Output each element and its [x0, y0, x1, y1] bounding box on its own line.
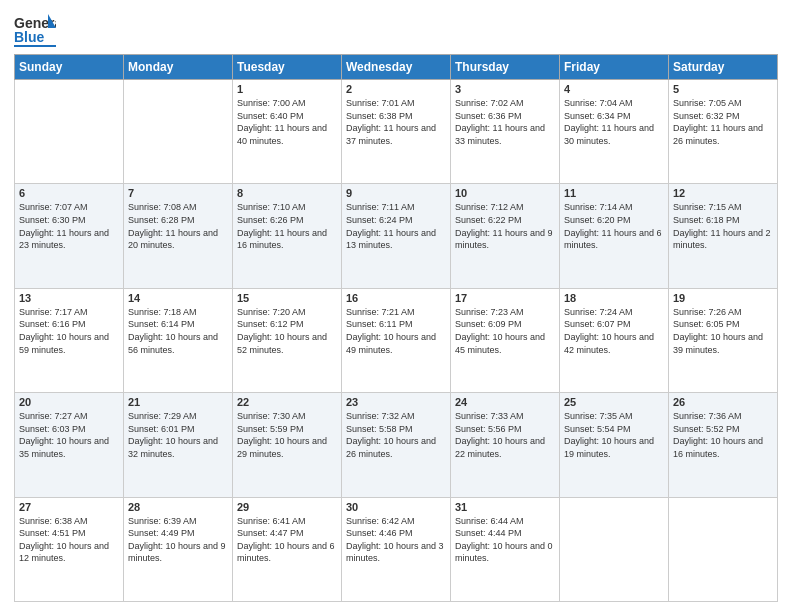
calendar-cell: 18Sunrise: 7:24 AMSunset: 6:07 PMDayligh…	[560, 288, 669, 392]
calendar-cell	[15, 80, 124, 184]
day-number: 30	[346, 501, 446, 513]
cell-info: Sunrise: 7:01 AMSunset: 6:38 PMDaylight:…	[346, 97, 446, 147]
day-number: 3	[455, 83, 555, 95]
day-number: 21	[128, 396, 228, 408]
day-number: 14	[128, 292, 228, 304]
calendar-cell: 27Sunrise: 6:38 AMSunset: 4:51 PMDayligh…	[15, 497, 124, 601]
cell-info: Sunrise: 7:00 AMSunset: 6:40 PMDaylight:…	[237, 97, 337, 147]
day-number: 9	[346, 187, 446, 199]
cell-info: Sunrise: 7:11 AMSunset: 6:24 PMDaylight:…	[346, 201, 446, 251]
logo-icon: General Blue	[14, 10, 56, 48]
calendar-cell: 26Sunrise: 7:36 AMSunset: 5:52 PMDayligh…	[669, 393, 778, 497]
svg-text:Blue: Blue	[14, 29, 45, 45]
cell-info: Sunrise: 7:23 AMSunset: 6:09 PMDaylight:…	[455, 306, 555, 356]
cell-info: Sunrise: 7:18 AMSunset: 6:14 PMDaylight:…	[128, 306, 228, 356]
day-number: 28	[128, 501, 228, 513]
cell-info: Sunrise: 7:17 AMSunset: 6:16 PMDaylight:…	[19, 306, 119, 356]
cell-info: Sunrise: 7:12 AMSunset: 6:22 PMDaylight:…	[455, 201, 555, 251]
calendar-cell: 28Sunrise: 6:39 AMSunset: 4:49 PMDayligh…	[124, 497, 233, 601]
calendar-week-row: 20Sunrise: 7:27 AMSunset: 6:03 PMDayligh…	[15, 393, 778, 497]
day-number: 31	[455, 501, 555, 513]
cell-info: Sunrise: 7:08 AMSunset: 6:28 PMDaylight:…	[128, 201, 228, 251]
day-number: 13	[19, 292, 119, 304]
calendar-cell: 25Sunrise: 7:35 AMSunset: 5:54 PMDayligh…	[560, 393, 669, 497]
day-number: 10	[455, 187, 555, 199]
cell-info: Sunrise: 6:41 AMSunset: 4:47 PMDaylight:…	[237, 515, 337, 565]
cell-info: Sunrise: 7:27 AMSunset: 6:03 PMDaylight:…	[19, 410, 119, 460]
calendar-cell: 22Sunrise: 7:30 AMSunset: 5:59 PMDayligh…	[233, 393, 342, 497]
cell-info: Sunrise: 6:44 AMSunset: 4:44 PMDaylight:…	[455, 515, 555, 565]
calendar-cell: 5Sunrise: 7:05 AMSunset: 6:32 PMDaylight…	[669, 80, 778, 184]
calendar-cell	[124, 80, 233, 184]
calendar-cell: 16Sunrise: 7:21 AMSunset: 6:11 PMDayligh…	[342, 288, 451, 392]
calendar-cell: 15Sunrise: 7:20 AMSunset: 6:12 PMDayligh…	[233, 288, 342, 392]
cell-info: Sunrise: 7:29 AMSunset: 6:01 PMDaylight:…	[128, 410, 228, 460]
calendar-cell: 8Sunrise: 7:10 AMSunset: 6:26 PMDaylight…	[233, 184, 342, 288]
day-number: 19	[673, 292, 773, 304]
day-number: 20	[19, 396, 119, 408]
day-number: 17	[455, 292, 555, 304]
calendar-week-row: 27Sunrise: 6:38 AMSunset: 4:51 PMDayligh…	[15, 497, 778, 601]
day-number: 27	[19, 501, 119, 513]
day-number: 23	[346, 396, 446, 408]
weekday-header-row: SundayMondayTuesdayWednesdayThursdayFrid…	[15, 55, 778, 80]
day-number: 5	[673, 83, 773, 95]
calendar-cell: 24Sunrise: 7:33 AMSunset: 5:56 PMDayligh…	[451, 393, 560, 497]
day-number: 24	[455, 396, 555, 408]
day-number: 2	[346, 83, 446, 95]
calendar-cell: 3Sunrise: 7:02 AMSunset: 6:36 PMDaylight…	[451, 80, 560, 184]
weekday-header: Saturday	[669, 55, 778, 80]
calendar-cell: 29Sunrise: 6:41 AMSunset: 4:47 PMDayligh…	[233, 497, 342, 601]
cell-info: Sunrise: 7:10 AMSunset: 6:26 PMDaylight:…	[237, 201, 337, 251]
day-number: 6	[19, 187, 119, 199]
cell-info: Sunrise: 7:35 AMSunset: 5:54 PMDaylight:…	[564, 410, 664, 460]
calendar-week-row: 13Sunrise: 7:17 AMSunset: 6:16 PMDayligh…	[15, 288, 778, 392]
day-number: 7	[128, 187, 228, 199]
calendar-cell: 4Sunrise: 7:04 AMSunset: 6:34 PMDaylight…	[560, 80, 669, 184]
day-number: 12	[673, 187, 773, 199]
cell-info: Sunrise: 6:39 AMSunset: 4:49 PMDaylight:…	[128, 515, 228, 565]
calendar-cell: 9Sunrise: 7:11 AMSunset: 6:24 PMDaylight…	[342, 184, 451, 288]
logo: General Blue	[14, 10, 56, 48]
header: General Blue	[14, 10, 778, 48]
cell-info: Sunrise: 7:15 AMSunset: 6:18 PMDaylight:…	[673, 201, 773, 251]
calendar-cell	[560, 497, 669, 601]
weekday-header: Tuesday	[233, 55, 342, 80]
day-number: 16	[346, 292, 446, 304]
calendar-table: SundayMondayTuesdayWednesdayThursdayFrid…	[14, 54, 778, 602]
cell-info: Sunrise: 7:24 AMSunset: 6:07 PMDaylight:…	[564, 306, 664, 356]
calendar-cell: 10Sunrise: 7:12 AMSunset: 6:22 PMDayligh…	[451, 184, 560, 288]
calendar-cell: 20Sunrise: 7:27 AMSunset: 6:03 PMDayligh…	[15, 393, 124, 497]
calendar-cell: 2Sunrise: 7:01 AMSunset: 6:38 PMDaylight…	[342, 80, 451, 184]
calendar-cell: 21Sunrise: 7:29 AMSunset: 6:01 PMDayligh…	[124, 393, 233, 497]
svg-rect-3	[14, 45, 56, 47]
calendar-cell: 1Sunrise: 7:00 AMSunset: 6:40 PMDaylight…	[233, 80, 342, 184]
cell-info: Sunrise: 7:21 AMSunset: 6:11 PMDaylight:…	[346, 306, 446, 356]
cell-info: Sunrise: 7:02 AMSunset: 6:36 PMDaylight:…	[455, 97, 555, 147]
calendar-cell: 11Sunrise: 7:14 AMSunset: 6:20 PMDayligh…	[560, 184, 669, 288]
weekday-header: Friday	[560, 55, 669, 80]
cell-info: Sunrise: 7:20 AMSunset: 6:12 PMDaylight:…	[237, 306, 337, 356]
cell-info: Sunrise: 7:04 AMSunset: 6:34 PMDaylight:…	[564, 97, 664, 147]
cell-info: Sunrise: 7:32 AMSunset: 5:58 PMDaylight:…	[346, 410, 446, 460]
day-number: 11	[564, 187, 664, 199]
calendar-cell: 23Sunrise: 7:32 AMSunset: 5:58 PMDayligh…	[342, 393, 451, 497]
calendar-cell: 17Sunrise: 7:23 AMSunset: 6:09 PMDayligh…	[451, 288, 560, 392]
cell-info: Sunrise: 6:38 AMSunset: 4:51 PMDaylight:…	[19, 515, 119, 565]
calendar-week-row: 6Sunrise: 7:07 AMSunset: 6:30 PMDaylight…	[15, 184, 778, 288]
weekday-header: Wednesday	[342, 55, 451, 80]
weekday-header: Monday	[124, 55, 233, 80]
calendar-cell: 7Sunrise: 7:08 AMSunset: 6:28 PMDaylight…	[124, 184, 233, 288]
day-number: 4	[564, 83, 664, 95]
cell-info: Sunrise: 7:33 AMSunset: 5:56 PMDaylight:…	[455, 410, 555, 460]
cell-info: Sunrise: 7:07 AMSunset: 6:30 PMDaylight:…	[19, 201, 119, 251]
weekday-header: Sunday	[15, 55, 124, 80]
calendar-cell: 31Sunrise: 6:44 AMSunset: 4:44 PMDayligh…	[451, 497, 560, 601]
day-number: 25	[564, 396, 664, 408]
page: General Blue SundayMondayTuesdayWednesda…	[0, 0, 792, 612]
cell-info: Sunrise: 7:26 AMSunset: 6:05 PMDaylight:…	[673, 306, 773, 356]
day-number: 29	[237, 501, 337, 513]
day-number: 18	[564, 292, 664, 304]
day-number: 22	[237, 396, 337, 408]
weekday-header: Thursday	[451, 55, 560, 80]
